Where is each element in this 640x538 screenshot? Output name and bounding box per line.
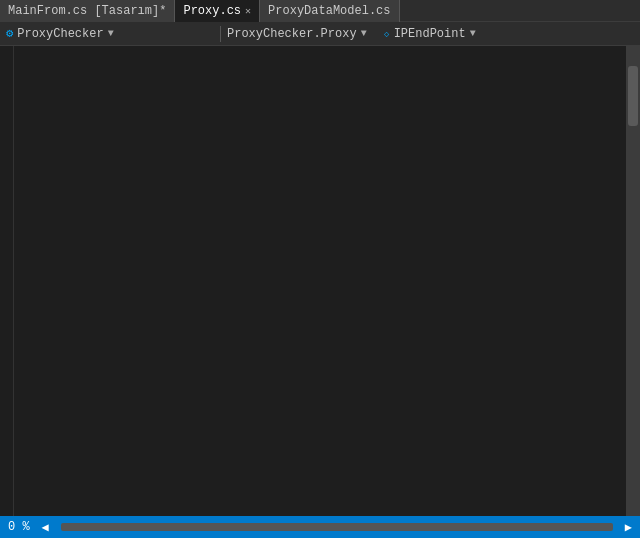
scroll-left-icon[interactable]: ◀	[42, 520, 49, 535]
toolbar-namespace-selector[interactable]: ⚙ ProxyChecker ▼	[0, 26, 220, 41]
tab-mainfrom[interactable]: MainFrom.cs [Tasarım]*	[0, 0, 175, 22]
zoom-level: 0 %	[8, 520, 30, 534]
member-diamond-icon: ⬦	[383, 27, 390, 41]
line-numbers	[14, 46, 52, 516]
status-bar: 0 % ◀ ▶	[0, 516, 640, 538]
namespace-label: ProxyChecker	[17, 27, 103, 41]
scroll-right-icon[interactable]: ▶	[625, 520, 632, 535]
scrollbar-thumb[interactable]	[628, 66, 638, 126]
member-chevron-icon[interactable]: ▼	[470, 28, 476, 39]
code-editor[interactable]	[52, 46, 626, 516]
tab-proxy-label: Proxy.cs	[183, 4, 241, 18]
member-label: IPEndPoint	[394, 27, 466, 41]
tab-proxydatamodel-label: ProxyDataModel.cs	[268, 4, 390, 18]
editor	[0, 46, 640, 516]
vertical-scrollbar[interactable]	[626, 46, 640, 516]
tab-proxydatamodel[interactable]: ProxyDataModel.cs	[260, 0, 399, 22]
collapse-gutter	[0, 46, 14, 516]
class-label: ProxyChecker.Proxy	[227, 27, 357, 41]
class-chevron-icon[interactable]: ▼	[361, 28, 367, 39]
title-bar: MainFrom.cs [Tasarım]* Proxy.cs ✕ ProxyD…	[0, 0, 640, 22]
close-proxy-tab-icon[interactable]: ✕	[245, 5, 251, 17]
toolbar-class-selector[interactable]: ProxyChecker.Proxy ▼ ⬦ IPEndPoint ▼	[221, 27, 640, 41]
horizontal-scrollbar[interactable]	[61, 523, 613, 531]
namespace-chevron-icon[interactable]: ▼	[108, 28, 114, 39]
tab-proxy[interactable]: Proxy.cs ✕	[175, 0, 260, 22]
gear-icon: ⚙	[6, 26, 13, 41]
toolbar: ⚙ ProxyChecker ▼ ProxyChecker.Proxy ▼ ⬦ …	[0, 22, 640, 46]
tab-mainfrom-label: MainFrom.cs [Tasarım]*	[8, 4, 166, 18]
